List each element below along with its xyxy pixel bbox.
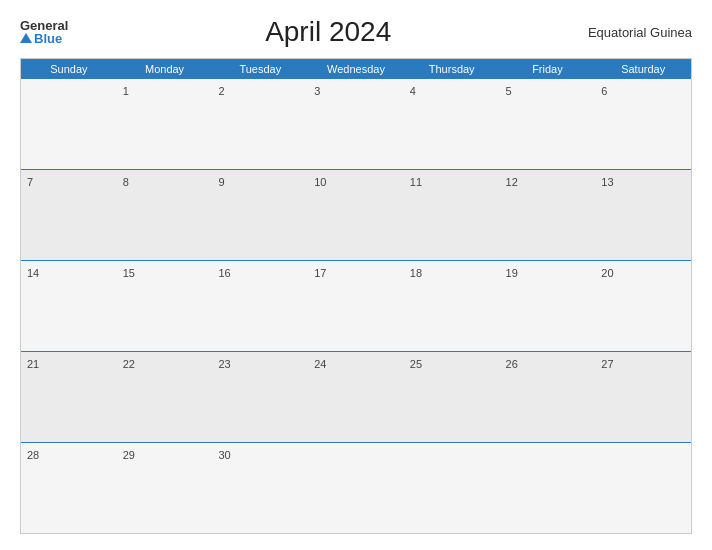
calendar-cell-w4-sat: 27 <box>595 352 691 442</box>
header-monday: Monday <box>117 59 213 79</box>
calendar-cell-w4-mon: 22 <box>117 352 213 442</box>
calendar-week-1: 1 2 3 4 5 6 <box>21 79 691 170</box>
calendar-cell-w1-tue: 2 <box>212 79 308 169</box>
header-friday: Friday <box>500 59 596 79</box>
calendar-cell-w4-tue: 23 <box>212 352 308 442</box>
calendar-cell-w3-sat: 20 <box>595 261 691 351</box>
calendar-title: April 2024 <box>265 16 391 48</box>
calendar-cell-w2-mon: 8 <box>117 170 213 260</box>
calendar-week-3: 14 15 16 17 18 19 20 <box>21 261 691 352</box>
logo: General Blue <box>20 19 68 45</box>
calendar-cell-w4-sun: 21 <box>21 352 117 442</box>
calendar-cell-w3-fri: 19 <box>500 261 596 351</box>
calendar-cell-w1-sun <box>21 79 117 169</box>
calendar-cell-w5-fri <box>500 443 596 533</box>
header-tuesday: Tuesday <box>212 59 308 79</box>
calendar-cell-w4-fri: 26 <box>500 352 596 442</box>
calendar-cell-w1-fri: 5 <box>500 79 596 169</box>
calendar-cell-w1-wed: 3 <box>308 79 404 169</box>
calendar-cell-w5-tue: 30 <box>212 443 308 533</box>
calendar-cell-w5-sat <box>595 443 691 533</box>
calendar-week-4: 21 22 23 24 25 26 27 <box>21 352 691 443</box>
calendar-cell-w3-sun: 14 <box>21 261 117 351</box>
calendar-week-2: 7 8 9 10 11 12 13 <box>21 170 691 261</box>
header: General Blue April 2024 Equatorial Guine… <box>20 16 692 48</box>
calendar-cell-w2-sun: 7 <box>21 170 117 260</box>
header-sunday: Sunday <box>21 59 117 79</box>
calendar-cell-w2-fri: 12 <box>500 170 596 260</box>
header-thursday: Thursday <box>404 59 500 79</box>
calendar-cell-w4-wed: 24 <box>308 352 404 442</box>
calendar-cell-w3-mon: 15 <box>117 261 213 351</box>
logo-triangle-icon <box>20 33 32 43</box>
calendar-cell-w2-wed: 10 <box>308 170 404 260</box>
calendar-cell-w5-sun: 28 <box>21 443 117 533</box>
calendar-cell-w3-thu: 18 <box>404 261 500 351</box>
calendar-cell-w1-thu: 4 <box>404 79 500 169</box>
logo-blue-text: Blue <box>20 32 68 45</box>
page: General Blue April 2024 Equatorial Guine… <box>0 0 712 550</box>
calendar-cell-w1-sat: 6 <box>595 79 691 169</box>
calendar-cell-w2-tue: 9 <box>212 170 308 260</box>
calendar-cell-w5-wed <box>308 443 404 533</box>
calendar-cell-w4-thu: 25 <box>404 352 500 442</box>
country-label: Equatorial Guinea <box>588 25 692 40</box>
calendar-cell-w2-thu: 11 <box>404 170 500 260</box>
calendar-week-5: 28 29 30 <box>21 443 691 533</box>
header-saturday: Saturday <box>595 59 691 79</box>
calendar-cell-w5-mon: 29 <box>117 443 213 533</box>
calendar-cell-w5-thu <box>404 443 500 533</box>
calendar-cell-w2-sat: 13 <box>595 170 691 260</box>
calendar-cell-w1-mon: 1 <box>117 79 213 169</box>
calendar-grid: 1 2 3 4 5 6 7 8 9 10 11 12 13 14 15 <box>21 79 691 533</box>
calendar-cell-w3-wed: 17 <box>308 261 404 351</box>
calendar-cell-w3-tue: 16 <box>212 261 308 351</box>
header-wednesday: Wednesday <box>308 59 404 79</box>
day-headers-row: Sunday Monday Tuesday Wednesday Thursday… <box>21 59 691 79</box>
calendar: Sunday Monday Tuesday Wednesday Thursday… <box>20 58 692 534</box>
